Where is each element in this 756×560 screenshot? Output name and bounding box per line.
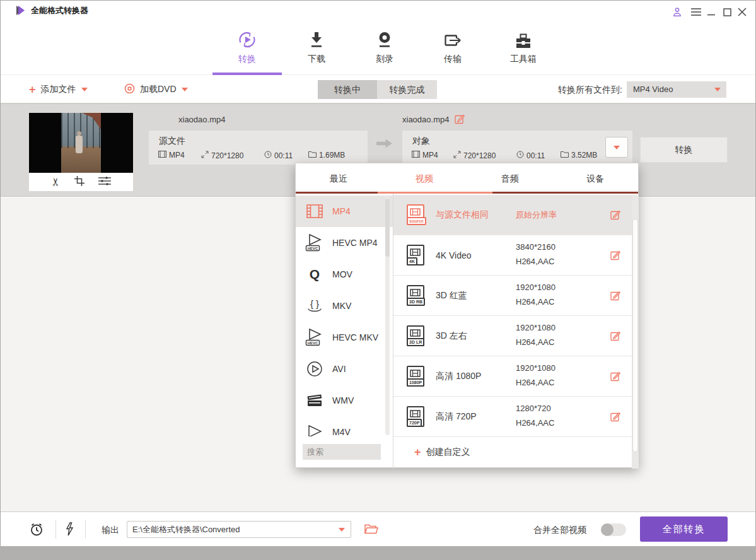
source-resolution: 720*1280 xyxy=(211,151,243,160)
arrow-right-icon xyxy=(376,138,393,151)
preset-item-3d-rb[interactable]: 3D RB 3D 红蓝 1920*1080 H264,AAC xyxy=(393,276,632,316)
tab-convert[interactable]: 转换 xyxy=(222,26,272,70)
menu-icon[interactable] xyxy=(690,6,702,18)
format-list: MP4 HEVC HEVC MP4 Q MOV { } MKV HEVC xyxy=(296,195,393,436)
format-select-panel: 最近 视频 音频 设备 MP4 HEVC HEVC MP4 Q MOV xyxy=(295,163,639,468)
panel-tabs: 最近 视频 音频 设备 xyxy=(296,163,638,194)
panel-tab-device[interactable]: 设备 xyxy=(552,163,638,192)
toolbox-icon xyxy=(498,26,549,50)
tab-finished[interactable]: 转换完成 xyxy=(377,80,437,99)
tab-toolbox[interactable]: 工具箱 xyxy=(498,26,549,70)
rename-icon[interactable] xyxy=(455,114,465,127)
filesize-icon xyxy=(561,151,569,160)
create-custom-label: 创建自定义 xyxy=(426,446,470,458)
edit-preset-icon[interactable] xyxy=(610,330,622,342)
merge-videos-toggle[interactable] xyxy=(601,523,626,536)
dvd-icon xyxy=(124,83,135,96)
preset-badge: 3D RB xyxy=(407,298,425,306)
format-item-hevc-mp4[interactable]: HEVC HEVC MP4 xyxy=(296,227,393,259)
thumbnail-image xyxy=(29,113,133,173)
schedule-icon[interactable] xyxy=(29,522,44,540)
desktop-background: 全能格式转换器 转换 xyxy=(0,0,756,560)
svg-text:{ }: { } xyxy=(310,298,319,309)
preset-badge: 720P xyxy=(407,419,422,427)
add-files-dropdown-icon[interactable] xyxy=(81,88,88,91)
format-item-m4v[interactable]: M4V xyxy=(296,416,393,436)
preset-item-source[interactable]: source 与源文件相同 原始分辨率 xyxy=(393,195,632,235)
mov-icon: Q xyxy=(303,267,326,282)
open-folder-icon[interactable] xyxy=(364,523,378,537)
title-bar: 全能格式转换器 xyxy=(1,1,755,20)
format-list-scrollbar[interactable] xyxy=(385,197,390,435)
tab-transfer[interactable]: 传输 xyxy=(427,26,478,70)
output-format-select[interactable]: MP4 Video xyxy=(627,81,726,98)
search-input[interactable] xyxy=(303,444,381,460)
add-files-button[interactable]: + 添加文件 xyxy=(29,76,88,103)
high-speed-icon[interactable] xyxy=(64,522,74,540)
format-item-wmv[interactable]: WMV xyxy=(296,385,393,416)
output-path-select[interactable]: E:\全能格式转换器\Converted xyxy=(127,521,351,538)
convert-all-button[interactable]: 全部转换 xyxy=(640,516,728,542)
convert-all-to-label: 转换所有文件到: xyxy=(544,85,622,96)
close-icon[interactable] xyxy=(736,6,748,18)
panel-tab-recent[interactable]: 最近 xyxy=(296,163,381,192)
mp4-icon xyxy=(303,204,326,218)
duration-icon xyxy=(264,151,272,160)
filesize-icon xyxy=(308,151,317,160)
load-dvd-dropdown-icon[interactable] xyxy=(182,88,188,91)
crop-icon[interactable] xyxy=(74,176,84,189)
target-duration: 00:11 xyxy=(526,151,545,160)
format-item-mp4[interactable]: MP4 xyxy=(296,195,393,227)
output-path-caret-icon xyxy=(339,528,345,532)
target-resolution: 720*1280 xyxy=(463,151,496,160)
effects-icon[interactable] xyxy=(98,176,111,189)
output-path-value: E:\全能格式转换器\Converted xyxy=(132,525,240,534)
dropdown-caret-icon xyxy=(614,146,620,149)
app-logo-icon xyxy=(16,6,26,18)
tab-converting[interactable]: 转换中 xyxy=(318,80,377,99)
target-format-dropdown-button[interactable] xyxy=(605,137,628,158)
panel-tab-video[interactable]: 视频 xyxy=(381,163,467,192)
create-custom-button[interactable]: + 创建自定义 xyxy=(414,446,470,458)
mkv-icon: { } xyxy=(303,298,326,314)
maximize-icon[interactable] xyxy=(721,6,733,18)
tab-burn[interactable]: 刻录 xyxy=(359,26,410,70)
preset-item-3d-lr[interactable]: 3D LR 3D 左右 1920*1080 H264,AAC xyxy=(393,316,632,356)
preset-scrollbar-thumb[interactable] xyxy=(632,219,638,452)
duration-icon xyxy=(516,151,524,160)
tab-download-label: 下载 xyxy=(291,54,342,65)
tab-burn-label: 刻录 xyxy=(359,54,410,65)
wmv-icon xyxy=(303,393,326,408)
panel-tab-audio[interactable]: 音频 xyxy=(467,163,553,192)
output-format-caret-icon xyxy=(714,88,721,91)
edit-preset-icon[interactable] xyxy=(610,209,622,221)
trim-icon[interactable]: ✂ xyxy=(49,177,62,186)
edit-preset-icon[interactable] xyxy=(610,371,622,382)
output-format-value: MP4 Video xyxy=(633,85,673,94)
minimize-icon[interactable] xyxy=(706,6,717,18)
edit-preset-icon[interactable] xyxy=(610,290,622,301)
film-icon xyxy=(158,151,166,160)
format-item-hevc-mkv[interactable]: HEVC HEVC MKV xyxy=(296,322,393,353)
load-dvd-button[interactable]: 加载DVD xyxy=(124,76,188,103)
app-window: 全能格式转换器 转换 xyxy=(0,0,756,546)
preset-item-4k[interactable]: 4K 4K Video 3840*2160 H264,AAC xyxy=(393,235,632,276)
preset-item-720p[interactable]: 720P 高清 720P 1280*720 H264,AAC xyxy=(393,397,632,437)
format-item-mkv[interactable]: { } MKV xyxy=(296,290,393,322)
tab-download[interactable]: 下载 xyxy=(291,26,342,70)
format-item-mov[interactable]: Q MOV xyxy=(296,259,393,290)
resolution-icon xyxy=(453,151,461,160)
edit-preset-icon[interactable] xyxy=(610,250,622,261)
preset-item-1080p[interactable]: 1080P 高清 1080P 1920*1080 H264,AAC xyxy=(393,356,632,397)
tab-transfer-label: 传输 xyxy=(427,54,478,65)
convert-button[interactable]: 转换 xyxy=(640,137,728,163)
edit-preset-icon[interactable] xyxy=(610,411,622,423)
target-file-name: xiaodao.mp4 xyxy=(402,115,449,124)
account-icon[interactable] xyxy=(672,6,683,18)
source-info-card: 源文件 MP4 720*1280 00:11 1.69MB xyxy=(149,131,368,165)
format-scrollbar-thumb[interactable] xyxy=(385,199,390,257)
format-item-avi[interactable]: AVI xyxy=(296,353,393,385)
preset-list-scrollbar[interactable] xyxy=(632,195,639,469)
preset-badge: 1080P xyxy=(407,378,424,387)
target-format: MP4 xyxy=(422,151,438,160)
